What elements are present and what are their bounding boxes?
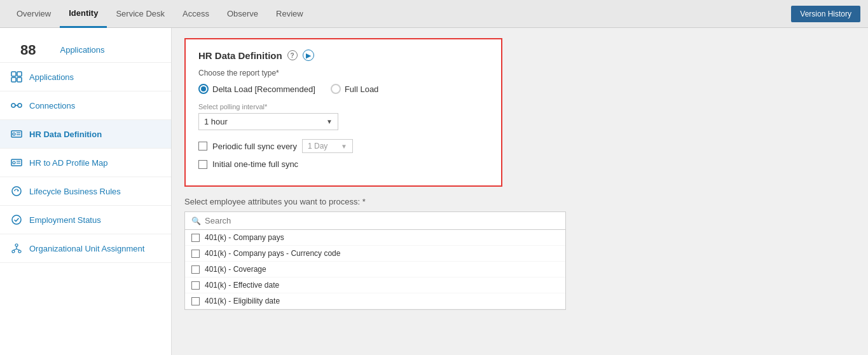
sidebar-connections-item: Connections [0,91,171,120]
svg-point-12 [13,161,15,164]
sidebar-item-applications[interactable]: Applications [0,63,171,91]
search-icon: 🔍 [191,217,201,225]
periodic-sync-checkbox[interactable] [198,142,207,151]
sidebar-hr-def-label: HR Data Definition [29,130,102,139]
svg-rect-2 [11,77,16,82]
svg-point-4 [11,104,15,107]
polling-dropdown-arrow: ▼ [326,118,333,125]
list-item: 401(k) - Coverage [185,262,565,278]
svg-point-5 [18,104,22,107]
app-label[interactable]: Applications [50,45,114,62]
periodic-sync-label: Periodic full sync every [212,142,297,151]
initial-sync-label: Initial one-time full sync [212,159,298,169]
delta-load-option[interactable]: Delta Load [Recommended] [198,84,315,94]
id-card-icon [10,128,23,140]
hr-def-title: HR Data Definition ? ▶ [198,50,488,61]
sidebar-org-unit-label: Organizational Unit Assignment [29,244,144,253]
profile-map-icon [10,156,23,169]
nav-review[interactable]: Review [267,0,312,28]
app-count-section: 88 Applications [0,28,171,63]
top-navigation: Overview Identity Service Desk Access Ob… [0,0,868,28]
main-layout: 88 Applications Applications [0,28,868,355]
list-item: 401(k) - Company pays [185,230,565,246]
sidebar-employment-item: Employment Status [0,206,171,234]
version-history-button[interactable]: Version History [791,6,860,22]
periodic-dropdown-value: 1 Day [308,142,327,151]
attr-label-4: 401(k) - Eligibility date [205,297,280,305]
sidebar-employment-label: Employment Status [29,215,101,225]
attr-checkbox-1[interactable] [191,250,200,258]
svg-point-16 [12,215,21,224]
svg-rect-0 [11,72,16,76]
lifecycle-icon [10,185,23,198]
org-unit-icon [10,242,23,255]
sidebar-item-hr-data-definition[interactable]: HR Data Definition [0,120,171,148]
full-load-radio[interactable] [331,84,341,94]
delta-load-radio[interactable] [198,84,209,94]
svg-point-17 [15,244,18,246]
sidebar-item-lifecycle-business-rules[interactable]: Lifecycle Business Rules [0,177,171,205]
sidebar-hr-ad-item: HR to AD Profile Map [0,149,171,177]
nav-access[interactable]: Access [174,0,218,28]
polling-select[interactable]: 1 hour ▼ [198,113,338,130]
hr-data-definition-panel: HR Data Definition ? ▶ Choose the report… [184,38,502,187]
nav-identity[interactable]: Identity [60,0,107,28]
sidebar-lifecycle-label: Lifecycle Business Rules [29,187,121,196]
list-item: 401(k) - Eligibility date [185,293,565,309]
polling-value: 1 hour [204,117,228,126]
sidebar-connections-label: Connections [29,101,75,111]
attr-label-0: 401(k) - Company pays [205,233,284,242]
attr-label-1: 401(k) - Company pays - Currency code [205,249,340,258]
svg-line-22 [17,249,20,250]
main-content: HR Data Definition ? ▶ Choose the report… [172,28,868,355]
status-icon [10,213,23,226]
sidebar-applications-label: Applications [29,72,74,82]
radio-group: Delta Load [Recommended] Full Load [198,84,488,94]
attr-checkbox-3[interactable] [191,281,200,290]
play-icon[interactable]: ▶ [303,50,314,61]
search-input[interactable] [205,216,559,225]
sidebar-item-connections[interactable]: Connections [0,91,171,119]
polling-section: Select polling interval* 1 hour ▼ [198,103,488,130]
attr-list: 401(k) - Company pays 401(k) - Company p… [185,230,565,309]
help-icon[interactable]: ? [287,50,298,60]
periodic-sync-dropdown[interactable]: 1 Day ▼ [302,139,353,153]
sidebar-item-hr-ad-profile-map[interactable]: HR to AD Profile Map [0,149,171,177]
svg-line-21 [13,249,17,250]
list-item: 401(k) - Effective date [185,278,565,293]
sidebar-item-org-unit-assignment[interactable]: Organizational Unit Assignment [0,234,171,262]
search-bar: 🔍 [185,212,565,230]
hr-def-title-text: HR Data Definition [198,50,282,61]
attr-label-3: 401(k) - Effective date [205,281,279,290]
attr-checkbox-0[interactable] [191,234,200,242]
svg-rect-1 [17,72,22,76]
svg-rect-3 [17,77,22,82]
initial-sync-checkbox[interactable] [198,160,207,169]
sidebar-item-employment-status[interactable]: Employment Status [0,206,171,234]
attributes-section: Select employee attributes you want to p… [184,197,566,310]
attributes-label: Select employee attributes you want to p… [184,197,566,206]
svg-point-19 [18,250,21,253]
nav-service-desk[interactable]: Service Desk [107,0,174,28]
sidebar-apps-item: Applications [0,63,171,91]
report-type-label: Choose the report type* [198,69,488,77]
full-load-option[interactable]: Full Load [331,84,378,94]
app-count: 88 [10,36,46,62]
nav-overview[interactable]: Overview [8,0,60,28]
attributes-box: 🔍 401(k) - Company pays 401(k) - Company… [184,211,566,310]
delta-load-label: Delta Load [Recommended] [212,84,315,94]
sidebar-lifecycle-item: Lifecycle Business Rules [0,177,171,206]
attr-checkbox-4[interactable] [191,297,200,305]
list-item: 401(k) - Company pays - Currency code [185,246,565,262]
svg-point-15 [12,187,21,196]
periodic-sync-row: Periodic full sync every 1 Day ▼ [198,139,488,153]
attr-checkbox-2[interactable] [191,265,200,274]
periodic-dropdown-arrow: ▼ [341,143,347,150]
attr-label-2: 401(k) - Coverage [205,265,266,274]
full-load-label: Full Load [345,84,378,94]
sidebar-hr-def-item: HR Data Definition [0,120,171,149]
grid-icon [10,70,23,83]
nav-observe[interactable]: Observe [218,0,267,28]
svg-point-18 [12,250,15,253]
sidebar-org-unit-item: Organizational Unit Assignment [0,234,171,263]
